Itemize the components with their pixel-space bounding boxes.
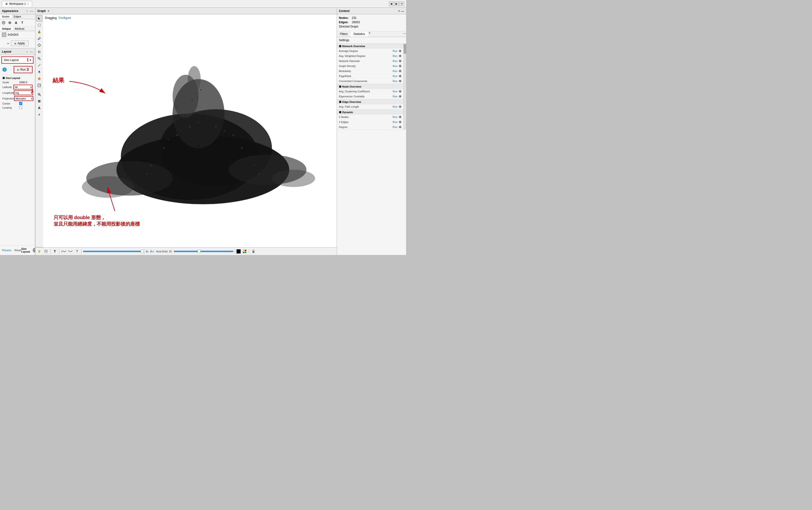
info-icon[interactable]: i bbox=[2, 67, 7, 72]
font-name: Arial Bold, 32 bbox=[156, 250, 172, 253]
bottom-curve2-icon[interactable] bbox=[67, 248, 73, 254]
eigenvector-run[interactable]: Run bbox=[393, 95, 398, 98]
clustering-run[interactable]: Run bbox=[393, 90, 398, 93]
font-size-plus[interactable]: A+ bbox=[150, 249, 154, 253]
text-size-icon-btn[interactable]: T bbox=[20, 20, 25, 25]
rect-select-icon bbox=[37, 24, 41, 27]
graph-canvas[interactable]: Dragging Configure bbox=[43, 14, 337, 247]
scrollbar-thumb[interactable] bbox=[404, 44, 406, 54]
clustering-status bbox=[399, 90, 401, 93]
circle-icon-btn[interactable] bbox=[7, 20, 12, 25]
svg-point-4 bbox=[8, 21, 11, 24]
tool-question[interactable]: ? bbox=[36, 82, 42, 89]
tool-pencil2[interactable] bbox=[36, 62, 42, 68]
tab-edges[interactable]: Edges bbox=[12, 14, 23, 19]
bottom-bulb-icon[interactable] bbox=[36, 248, 42, 254]
tab-filters[interactable]: Filters bbox=[337, 31, 351, 37]
subtab-unique[interactable]: Unique bbox=[0, 27, 13, 31]
reset-label[interactable]: Reset bbox=[14, 249, 21, 252]
edges-count-run[interactable]: Run bbox=[393, 121, 398, 123]
tab-nodes[interactable]: Nodes bbox=[0, 14, 12, 19]
degree-label: Degree bbox=[339, 126, 347, 128]
nav-dropdown[interactable]: ▾ bbox=[399, 1, 404, 6]
statistics-close[interactable]: × bbox=[369, 31, 371, 37]
layout-close[interactable]: × bbox=[26, 50, 28, 53]
layout-minimize[interactable]: — bbox=[30, 50, 33, 54]
workspace-tab[interactable]: 🖥 Workspace 1 × bbox=[2, 1, 32, 6]
latitude-select[interactable]: lat latitude lat_deg bbox=[13, 85, 33, 89]
run-section: i ▶ Run 3 bbox=[1, 65, 33, 74]
apply-button[interactable]: ▶ Apply bbox=[11, 40, 28, 46]
tool-diamond[interactable] bbox=[36, 42, 42, 48]
avg-degree-run[interactable]: Run bbox=[393, 50, 398, 52]
geo-layout-section: ▣ Geo Layout Scale 1000.0 Latitude bbox=[1, 74, 33, 112]
bottom-text2-icon[interactable]: T bbox=[74, 248, 80, 254]
layout-dropdown[interactable]: Geo Layout 1 ▾ bbox=[1, 56, 33, 64]
tool-rect[interactable] bbox=[36, 98, 42, 104]
palette-icon-btn[interactable] bbox=[1, 20, 6, 25]
bottom-palette2-icon[interactable] bbox=[242, 248, 248, 254]
stats-minimize[interactable]: — bbox=[403, 31, 406, 37]
bottom-text-icon[interactable]: T bbox=[52, 248, 58, 254]
tool-text-small[interactable]: A bbox=[36, 112, 42, 118]
connected-components-run[interactable]: Run bbox=[393, 80, 398, 83]
longitude-select-wrapper: lng longitude lng_deg bbox=[14, 90, 33, 95]
context-minimize[interactable]: — bbox=[401, 9, 404, 13]
tool-paint[interactable] bbox=[36, 56, 42, 62]
modularity-controls: Run bbox=[393, 70, 401, 72]
bottom-curve-icon[interactable] bbox=[61, 248, 66, 254]
slider-left[interactable] bbox=[83, 251, 143, 252]
tool-transform[interactable] bbox=[36, 49, 42, 55]
path-length-run[interactable]: Run bbox=[393, 105, 398, 108]
appearance-close[interactable]: × bbox=[27, 9, 28, 12]
projection-select[interactable]: Mercator Equal Earth Albers bbox=[14, 96, 33, 101]
slider-handle[interactable] bbox=[141, 250, 144, 253]
degree-run[interactable]: Run bbox=[393, 126, 398, 128]
modularity-run[interactable]: Run bbox=[393, 70, 398, 72]
context-info: Nodes: 231 Edges: 26003 Directed Graph bbox=[337, 14, 406, 31]
tool-gear[interactable] bbox=[36, 76, 42, 82]
tool-pencil[interactable] bbox=[36, 35, 42, 41]
graph-density-run[interactable]: Run bbox=[393, 65, 398, 67]
appearance-minimize[interactable]: — bbox=[30, 9, 33, 13]
font-size-minus[interactable]: A- bbox=[146, 249, 149, 253]
tool-zoom-fit[interactable] bbox=[36, 91, 42, 98]
center-checkbox[interactable] bbox=[19, 102, 22, 105]
bottom-map-icon[interactable] bbox=[43, 248, 49, 254]
tool-rect-select[interactable] bbox=[36, 22, 42, 28]
tool-text-large[interactable]: A bbox=[36, 105, 42, 111]
path-length-controls: Run bbox=[393, 105, 401, 108]
pagerank-run[interactable]: Run bbox=[393, 74, 398, 78]
nav-arrows: ◀ ▶ ▾ bbox=[389, 1, 404, 6]
run-button[interactable]: ▶ Run 3 bbox=[13, 66, 33, 73]
tool-plane[interactable] bbox=[36, 69, 42, 75]
stats-scrollbar[interactable] bbox=[403, 43, 406, 130]
nodes-count-run[interactable]: Run bbox=[393, 116, 398, 118]
graph-close[interactable]: × bbox=[48, 9, 49, 13]
subtab-attribute[interactable]: Attribute bbox=[13, 27, 26, 31]
tool-hand[interactable] bbox=[36, 29, 42, 35]
layout-footer-label: Geo Layout bbox=[21, 247, 31, 253]
presets-label[interactable]: Presets... bbox=[2, 249, 13, 252]
text-a-icon-btn[interactable]: A bbox=[13, 20, 19, 25]
nav-left[interactable]: ◀ bbox=[389, 1, 394, 6]
looping-checkbox[interactable] bbox=[19, 106, 22, 109]
context-close[interactable]: × bbox=[398, 9, 400, 13]
font-slider-handle[interactable] bbox=[198, 250, 201, 253]
avg-weighted-degree-run[interactable]: Run bbox=[393, 55, 398, 57]
color-black-swatch[interactable] bbox=[236, 249, 241, 253]
color-swatch[interactable] bbox=[2, 33, 6, 37]
longitude-select[interactable]: lng longitude lng_deg bbox=[14, 90, 33, 95]
tab-statistics[interactable]: Statistics bbox=[351, 31, 368, 37]
badge-2: 2 bbox=[31, 89, 33, 93]
bottom-lock-icon[interactable] bbox=[251, 248, 256, 254]
svg-point-0 bbox=[2, 21, 5, 24]
nodes-value: 231 bbox=[352, 16, 356, 20]
workspace-tab-close[interactable]: × bbox=[27, 2, 29, 5]
tool-select[interactable] bbox=[36, 15, 42, 22]
network-diameter-run[interactable]: Run bbox=[393, 60, 398, 62]
network-diameter-status bbox=[399, 60, 401, 62]
configure-link[interactable]: Configure bbox=[59, 16, 71, 20]
nav-right[interactable]: ▶ bbox=[394, 1, 399, 6]
font-slider[interactable] bbox=[174, 251, 233, 252]
